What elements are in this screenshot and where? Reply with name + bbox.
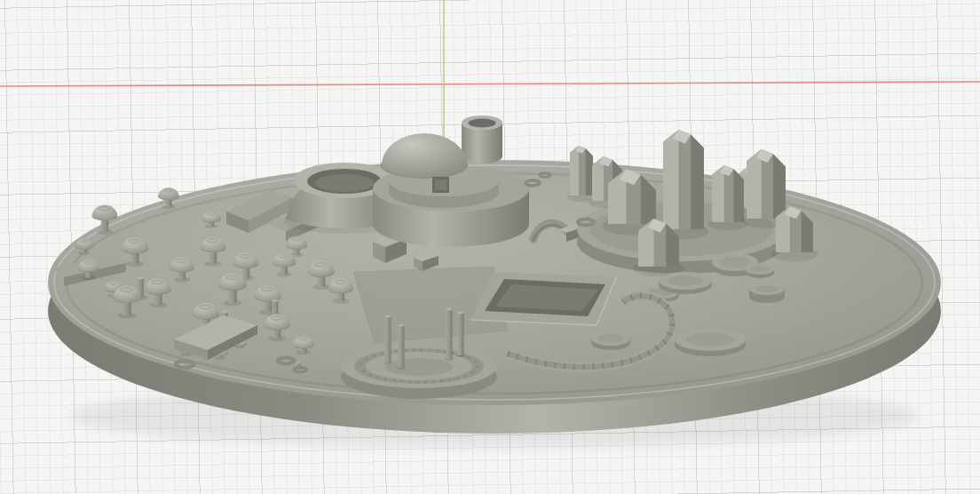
x-axis-line bbox=[0, 82, 980, 86]
domed-observatory bbox=[373, 116, 529, 247]
stone-pad bbox=[749, 283, 785, 303]
crater-floor bbox=[315, 174, 374, 192]
pillar-post bbox=[383, 315, 392, 364]
viewport-canvas[interactable] bbox=[0, 0, 980, 494]
cad-viewport[interactable] bbox=[0, 0, 980, 494]
pillar-post bbox=[397, 324, 406, 370]
stone-pad bbox=[591, 331, 630, 350]
pavilion-center bbox=[385, 358, 453, 376]
doorway-inner bbox=[435, 179, 447, 190]
stone-pad bbox=[659, 272, 712, 294]
round-pavilion bbox=[341, 344, 497, 399]
dome bbox=[382, 133, 467, 178]
stone-pad bbox=[675, 328, 746, 356]
stone-pad bbox=[746, 264, 774, 278]
pillar-post bbox=[456, 312, 465, 357]
crystal bbox=[658, 130, 708, 239]
pillar-post bbox=[445, 308, 454, 361]
crystal bbox=[567, 146, 596, 202]
smokestack-hole bbox=[469, 119, 496, 128]
model-body[interactable] bbox=[48, 116, 941, 448]
